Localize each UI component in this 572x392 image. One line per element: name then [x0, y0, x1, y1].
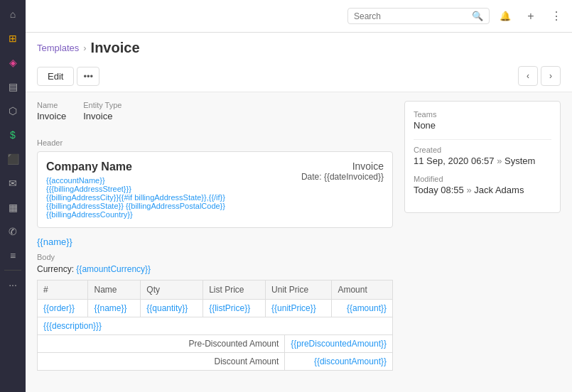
created-value: 11 Sep, 2020 06:57 » System	[414, 156, 551, 166]
grid-icon[interactable]: ⊞	[1, 27, 24, 50]
invoice-table: # Name Qty List Price Unit Price Amount	[37, 280, 393, 335]
pre-discounted-value: {{preDiscountedAmount}}	[285, 335, 393, 353]
summary-table: Pre-Discounted Amount {{preDiscountedAmo…	[37, 334, 393, 371]
toolbar-left: Edit •••	[37, 67, 99, 86]
name-field-group: Name Invoice	[37, 101, 66, 121]
sidebar-divider	[4, 270, 21, 271]
page-header: Templates › Invoice Edit ••• ‹ ›	[26, 33, 572, 92]
billing-street-var: {{{billingAddressStreet}}}	[46, 185, 225, 193]
main-column: Name Invoice Entity Type Invoice Header	[37, 101, 393, 379]
toolbar: Edit ••• ‹ ›	[37, 60, 561, 92]
cell-qty: {{quantity}}	[141, 300, 203, 317]
table-header-row: # Name Qty List Price Unit Price Amount	[38, 281, 393, 300]
teams-value: None	[414, 120, 551, 131]
puzzle-icon[interactable]: ⬡	[1, 99, 24, 122]
cell-name: {{name}}	[88, 300, 141, 317]
discount-amount-label: Discount Amount	[38, 353, 285, 371]
pre-discounted-row: Pre-Discounted Amount {{preDiscountedAmo…	[38, 335, 393, 353]
teams-field: Teams None	[414, 110, 551, 131]
account-name-var: {{accountName}}	[46, 176, 225, 185]
search-input[interactable]	[354, 11, 469, 21]
body-section: Body Currency: {{amountCurrency}} # Name…	[37, 253, 393, 371]
name-label: Name	[37, 101, 66, 109]
modified-date: Today 08:55	[414, 185, 464, 195]
body-label: Body	[37, 253, 393, 261]
side-column: Teams None Created 11 Sep, 2020 06:57 » …	[404, 101, 561, 379]
search-container: 🔍	[347, 8, 490, 24]
cell-description: {{{description}}}	[38, 317, 393, 335]
entity-type-field-group: Entity Type Invoice	[83, 101, 122, 121]
side-panel: Teams None Created 11 Sep, 2020 06:57 » …	[404, 101, 561, 213]
edit-button[interactable]: Edit	[37, 67, 74, 86]
toolbar-right: ‹ ›	[518, 66, 561, 86]
prev-button[interactable]: ‹	[518, 66, 538, 86]
entity-type-label: Entity Type	[83, 101, 122, 109]
invoice-title-label: Invoice	[301, 160, 384, 172]
created-by: System	[504, 156, 535, 166]
billing-state-zip-var: {{billingAddressState}} {{billingAddress…	[46, 202, 225, 210]
name-var-placeholder: {{name}}	[37, 236, 393, 247]
created-date: 11 Sep, 2020 06:57	[414, 156, 495, 166]
pre-discounted-label: Pre-Discounted Amount	[38, 335, 285, 353]
next-button[interactable]: ›	[541, 66, 561, 86]
sidebar: ⌂ ⊞ ◈ ▤ ⬡ $ ⬛ ✉ ▦ ✆ ≡ ···	[0, 0, 26, 392]
breadcrumb: Templates › Invoice	[37, 40, 561, 56]
invoice-header-inner: Company Name {{accountName}} {{{billingA…	[46, 160, 384, 219]
discount-amount-value: {{discountAmount}}	[285, 353, 393, 371]
col-header-order: #	[38, 281, 88, 300]
cell-unit-price: {{unitPrice}}	[266, 300, 332, 317]
billing-country-var: {{billingAddressCountry}}	[46, 210, 225, 219]
bell-icon[interactable]: 🔔	[495, 6, 515, 26]
created-field: Created 11 Sep, 2020 06:57 » System	[414, 146, 551, 166]
two-col-layout: Name Invoice Entity Type Invoice Header	[26, 92, 572, 388]
table-row: {{order}} {{name}} {{quantity}} {{listPr…	[38, 300, 393, 317]
more-icon[interactable]: ···	[1, 273, 24, 296]
currency-line: Currency: {{amountCurrency}}	[37, 264, 393, 274]
teams-label: Teams	[414, 110, 551, 119]
list-icon[interactable]: ≡	[1, 244, 24, 267]
topbar-dots-icon[interactable]: ⋮	[546, 6, 566, 26]
created-sep: »	[497, 156, 504, 166]
col-header-qty: Qty	[141, 281, 203, 300]
modified-by[interactable]: Jack Adams	[474, 185, 524, 195]
cell-amount: {{amount}}	[332, 300, 393, 317]
more-actions-button[interactable]: •••	[77, 67, 99, 86]
phone-icon[interactable]: ✆	[1, 220, 24, 243]
search-icon[interactable]: 🔍	[472, 11, 483, 21]
chart-icon[interactable]: ▤	[1, 75, 24, 98]
company-name: Company Name	[46, 160, 225, 173]
breadcrumb-separator: ›	[83, 43, 86, 53]
entity-type-value: Invoice	[83, 111, 122, 121]
breadcrumb-parent[interactable]: Templates	[37, 43, 79, 53]
page-title: Invoice	[91, 40, 140, 56]
name-value: Invoice	[37, 111, 66, 121]
home-icon[interactable]: ⌂	[1, 3, 24, 26]
calendar-icon[interactable]: ▦	[1, 196, 24, 219]
modified-sep: »	[466, 185, 474, 195]
dollar-icon[interactable]: $	[1, 124, 24, 146]
briefcase-icon[interactable]: ⬛	[1, 148, 24, 170]
invoice-header-left: Company Name {{accountName}} {{{billingA…	[46, 160, 225, 219]
topbar: 🔍 🔔 + ⋮	[26, 0, 572, 33]
modified-field: Modified Today 08:55 » Jack Adams	[414, 175, 551, 195]
col-header-unit-price: Unit Price	[266, 281, 332, 300]
description-row: {{{description}}}	[38, 317, 393, 335]
main-area: 🔍 🔔 + ⋮ Templates › Invoice Edit •••	[26, 0, 572, 392]
side-divider-1	[414, 139, 551, 140]
fields-row: Name Invoice Entity Type Invoice	[37, 101, 393, 130]
currency-var: {{amountCurrency}}	[76, 264, 151, 274]
content-wrapper: Templates › Invoice Edit ••• ‹ ›	[26, 33, 572, 392]
cell-order: {{order}}	[38, 300, 88, 317]
plus-icon[interactable]: +	[521, 6, 541, 26]
tag-icon[interactable]: ◈	[1, 51, 24, 74]
header-section-label: Header	[37, 138, 393, 147]
invoice-date-line: Date: {{dateInvoiced}}	[301, 172, 384, 182]
billing-city-state-var: {{billingAddressCity}}{{#if billingAddre…	[46, 193, 225, 202]
invoice-header-box: Company Name {{accountName}} {{{billingA…	[37, 151, 393, 228]
envelope-icon[interactable]: ✉	[1, 172, 24, 195]
modified-label: Modified	[414, 175, 551, 183]
col-header-list-price: List Price	[203, 281, 266, 300]
created-label: Created	[414, 146, 551, 154]
invoice-header-right: Invoice Date: {{dateInvoiced}}	[301, 160, 384, 182]
cell-list-price: {{listPrice}}	[203, 300, 266, 317]
